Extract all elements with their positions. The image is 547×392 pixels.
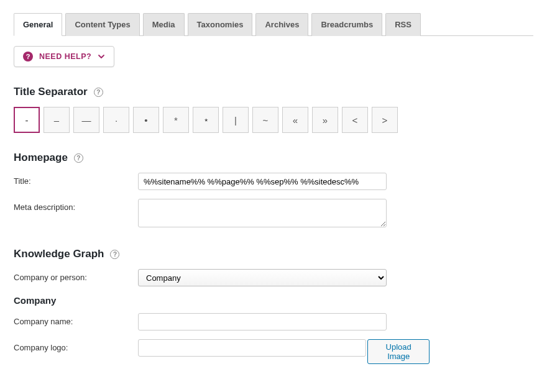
need-help-button[interactable]: ? NEED HELP? [14,46,114,67]
separator-choice[interactable]: * [163,107,189,133]
separator-choice[interactable]: – [44,107,70,133]
company-subheading: Company [14,295,533,306]
entity-type-label: Company or person: [14,269,138,282]
company-logo-label: Company logo: [14,339,138,352]
entity-type-select[interactable]: Company [138,269,387,286]
homepage-title-input[interactable] [138,173,387,190]
company-logo-input[interactable] [138,339,366,357]
homepage-heading: Homepage ? [14,152,533,164]
separator-choice[interactable]: | [223,107,249,133]
separator-choice[interactable]: < [342,107,368,133]
tab-archives[interactable]: Archives [255,13,308,36]
separator-choice[interactable]: • [133,107,159,133]
need-help-label: NEED HELP? [39,52,91,61]
tab-general[interactable]: General [14,13,62,36]
title-separator-choices: -–—·•*⋆|~«»<> [14,107,533,133]
separator-choice[interactable]: > [372,107,398,133]
tab-rss[interactable]: RSS [385,13,421,36]
separator-choice[interactable]: » [312,107,338,133]
tab-taxonomies[interactable]: Taxonomies [188,13,253,36]
chevron-down-icon [98,53,105,60]
separator-choice[interactable]: ⋆ [193,107,219,133]
separator-choice[interactable]: — [73,107,99,133]
question-icon: ? [23,52,33,62]
company-name-label: Company name: [14,313,138,326]
info-icon[interactable]: ? [74,153,83,163]
tab-media[interactable]: Media [143,13,185,36]
separator-choice[interactable]: ~ [252,107,278,133]
settings-tabs: General Content Types Media Taxonomies A… [14,12,533,36]
tab-content-types[interactable]: Content Types [65,13,139,36]
homepage-title-label: Title: [14,173,138,186]
separator-choice[interactable]: - [14,107,40,133]
info-icon[interactable]: ? [110,250,119,259]
homepage-meta-label: Meta description: [14,199,138,212]
info-icon[interactable]: ? [94,88,103,97]
separator-choice[interactable]: « [282,107,308,133]
company-name-input[interactable] [138,313,387,330]
tab-breadcrumbs[interactable]: Breadcrumbs [311,13,382,36]
title-separator-heading: Title Separator ? [14,86,533,98]
upload-image-button[interactable]: Upload Image [367,339,430,364]
knowledge-graph-heading: Knowledge Graph ? [14,248,533,260]
homepage-meta-textarea[interactable] [138,199,387,227]
separator-choice[interactable]: · [103,107,129,133]
